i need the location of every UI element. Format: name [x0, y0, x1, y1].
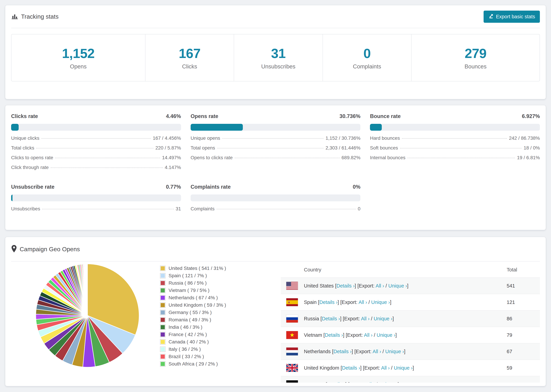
rate-title: Bounce rate — [370, 113, 401, 119]
legend-label: Italy ( 36 / 2% ) — [169, 347, 201, 352]
progress-bar — [11, 124, 181, 131]
stat-value: 1,152 — [62, 46, 94, 61]
dotted-leader — [222, 138, 323, 139]
rate-row-label: Total opens — [191, 145, 215, 151]
legend-swatch — [160, 288, 165, 293]
stat-label: Unsubscribes — [261, 63, 295, 70]
progress-bar-fill — [11, 195, 13, 201]
legend-label: Brazil ( 33 / 2% ) — [169, 354, 204, 359]
legend-swatch — [160, 347, 165, 352]
rate-section: Opens rate 30.736% Unique opens 1,152 / … — [191, 113, 360, 175]
rate-row-value: 4.147% — [165, 165, 181, 170]
rate-detail-row: Opens to clicks rate 689.82% — [191, 155, 360, 165]
geo-table-header-row: Country Total — [281, 262, 540, 277]
pie-slice — [87, 264, 87, 315]
country-cell: Spain [Details ›] [Export: All › / Uniqu… — [304, 300, 507, 305]
rate-value: 4.46% — [166, 113, 181, 119]
legend-label: South Africa ( 29 / 2% ) — [169, 361, 218, 367]
rate-detail-row: Total clicks 220 / 5.87% — [11, 145, 181, 155]
campaign-geo-opens-card: Campaign Geo Opens United States ( 541 /… — [5, 237, 546, 386]
page-title: Tracking stats — [21, 13, 58, 20]
geo-title: Campaign Geo Opens — [20, 246, 80, 253]
export-basic-stats-button[interactable]: Export basic stats — [484, 11, 540, 23]
dotted-leader — [36, 148, 153, 148]
dotted-leader — [217, 209, 356, 209]
progress-bar — [370, 124, 540, 131]
summary-stat-clicks: 167 Clicks — [145, 34, 234, 81]
rate-detail-row: Unique clicks 167 / 4.456% — [11, 135, 181, 145]
country-flag-icon — [286, 348, 298, 355]
legend-item: Vietnam ( 79 / 5% ) — [160, 287, 276, 294]
geo-legend: United States ( 541 / 31% )Spain ( 121 /… — [160, 265, 276, 368]
progress-bar-fill — [11, 124, 19, 131]
geo-table-row-vn: Vietnam [Details ›] [Export: All › / Uni… — [281, 327, 540, 343]
geo-table-row-nl: Netherlands [Details ›] [Export: All › /… — [281, 343, 540, 359]
details-link[interactable]: Details › — [342, 365, 360, 371]
rate-row-value: 2,303 / 61.446% — [325, 145, 360, 151]
rate-detail-row: Hard bounces 242 / 86.738% — [370, 135, 540, 145]
legend-swatch — [160, 354, 165, 359]
rate-row-label: Unsubscribes — [11, 206, 40, 211]
country-total: 121 — [507, 300, 540, 305]
export-icon — [488, 14, 494, 20]
export-all-link[interactable]: All › — [366, 382, 375, 383]
dotted-leader — [51, 168, 162, 168]
legend-swatch — [160, 310, 165, 315]
export-all-link[interactable]: All › — [364, 332, 373, 338]
stat-label: Clicks — [182, 63, 197, 70]
country-total: 67 — [507, 349, 540, 354]
export-unique-link[interactable]: Unique › — [377, 332, 396, 338]
legend-label: France ( 42 / 2% ) — [169, 332, 207, 337]
legend-swatch — [160, 273, 165, 279]
stat-value: 31 — [271, 46, 286, 61]
rate-value: 0% — [353, 184, 360, 190]
export-all-link[interactable]: All › — [361, 316, 370, 321]
rate-row-value: 167 / 4.456% — [153, 135, 181, 141]
country-total: 541 — [507, 283, 540, 289]
rate-detail-row: Unsubscribes 31 — [11, 206, 181, 216]
total-column-header: Total — [507, 267, 540, 273]
export-unique-link[interactable]: Unique › — [394, 365, 413, 371]
geo-table-row-us: United States [Details ›] [Export: All ›… — [281, 277, 540, 294]
legend-item: France ( 42 / 2% ) — [160, 331, 276, 338]
details-link[interactable]: Details › — [333, 349, 352, 354]
country-cell: Vietnam [Details ›] [Export: All › / Uni… — [304, 332, 507, 338]
rate-row-label: Internal bounces — [370, 155, 405, 161]
dotted-leader — [235, 158, 339, 158]
rate-row-label: Unique opens — [191, 135, 220, 141]
details-link[interactable]: Details › — [322, 316, 340, 321]
details-link[interactable]: Details › — [327, 382, 345, 383]
export-all-link[interactable]: All › — [376, 283, 384, 288]
rate-row-label: Clicks to opens rate — [11, 155, 53, 161]
legend-item: South Africa ( 29 / 2% ) — [160, 360, 276, 368]
rate-section: Unsubscribe rate 0.77% Unsubscribes 31 — [11, 184, 181, 216]
details-link[interactable]: Details › — [336, 283, 354, 288]
legend-item: India ( 46 / 3% ) — [160, 323, 276, 331]
rates-card: Clicks rate 4.46% Unique clicks 167 / 4.… — [5, 105, 546, 230]
tracking-stats-header: Tracking stats Export basic stats — [11, 5, 540, 28]
export-unique-link[interactable]: Unique › — [379, 382, 398, 383]
rate-row-value: 18 / 0% — [524, 145, 540, 151]
bar-chart-icon — [11, 13, 18, 21]
country-cell: United States [Details ›] [Export: All ›… — [304, 283, 507, 289]
details-link[interactable]: Details › — [319, 300, 338, 305]
progress-bar — [11, 195, 181, 201]
legend-item: Russia ( 86 / 5% ) — [160, 279, 276, 287]
country-flag-icon — [286, 331, 298, 339]
rate-detail-row: Total opens 2,303 / 61.446% — [191, 145, 360, 155]
legend-swatch — [160, 324, 165, 330]
export-all-link[interactable]: All › — [381, 365, 390, 371]
rate-section: Clicks rate 4.46% Unique clicks 167 / 4.… — [11, 113, 181, 175]
details-link[interactable]: Details › — [325, 332, 343, 338]
export-unique-link[interactable]: Unique › — [388, 283, 407, 288]
export-all-link[interactable]: All › — [373, 349, 381, 354]
export-unique-link[interactable]: Unique › — [374, 316, 393, 321]
rate-section: Bounce rate 6.927% Hard bounces 242 / 86… — [370, 113, 540, 175]
legend-swatch — [160, 302, 165, 308]
stat-value: 167 — [179, 46, 200, 61]
legend-label: Romania ( 49 / 3% ) — [169, 317, 211, 322]
export-all-link[interactable]: All › — [359, 300, 367, 305]
export-unique-link[interactable]: Unique › — [385, 349, 404, 354]
export-unique-link[interactable]: Unique › — [371, 300, 390, 305]
stat-label: Bounces — [465, 63, 487, 70]
